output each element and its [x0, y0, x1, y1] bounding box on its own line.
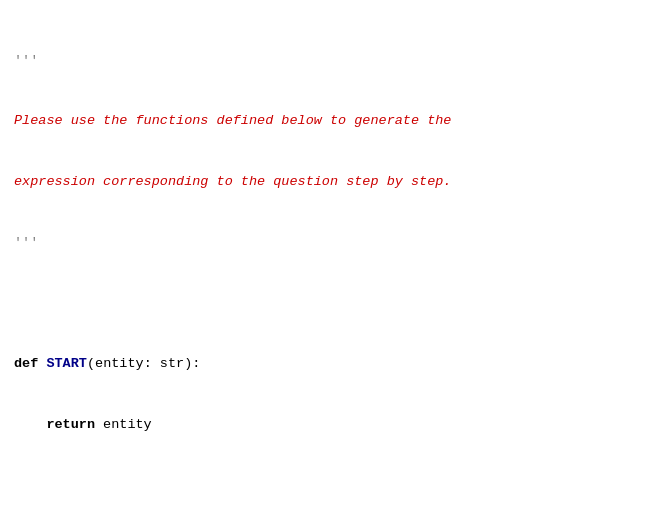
line-triple-quote-1: '''	[14, 51, 648, 71]
line-start-return: return entity	[14, 415, 648, 435]
code-container: ''' Please use the functions defined bel…	[14, 10, 648, 531]
line-blank-1	[14, 294, 648, 314]
line-blank-2	[14, 476, 648, 496]
line-comment-1: Please use the functions defined below t…	[14, 111, 648, 131]
line-triple-quote-2: '''	[14, 233, 648, 253]
line-start-def: def START(entity: str):	[14, 354, 648, 374]
line-comment-2: expression corresponding to the question…	[14, 172, 648, 192]
